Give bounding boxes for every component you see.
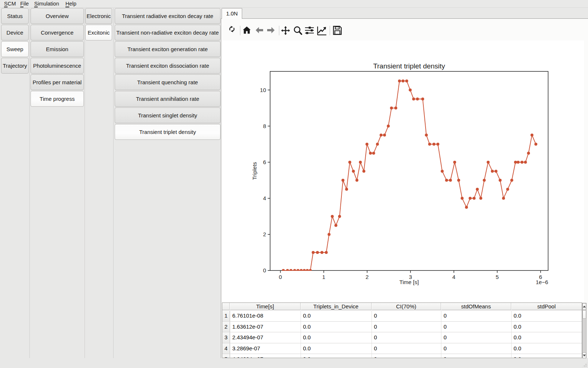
svg-text:10: 10 <box>260 87 266 93</box>
svg-text:0: 0 <box>279 274 282 280</box>
svg-text:1e−6: 1e−6 <box>536 279 548 285</box>
svg-text:4: 4 <box>452 274 455 280</box>
svg-text:0: 0 <box>263 267 266 273</box>
svg-text:1: 1 <box>322 274 325 280</box>
svg-text:Time [s]: Time [s] <box>399 279 419 285</box>
svg-text:5: 5 <box>496 274 499 280</box>
svg-text:2: 2 <box>263 231 266 237</box>
svg-text:Triplets: Triplets <box>251 162 258 180</box>
svg-text:4: 4 <box>263 195 266 201</box>
svg-text:6: 6 <box>263 159 266 165</box>
svg-text:Transient triplet density: Transient triplet density <box>373 62 445 70</box>
svg-text:8: 8 <box>263 123 266 129</box>
svg-text:2: 2 <box>366 274 369 280</box>
